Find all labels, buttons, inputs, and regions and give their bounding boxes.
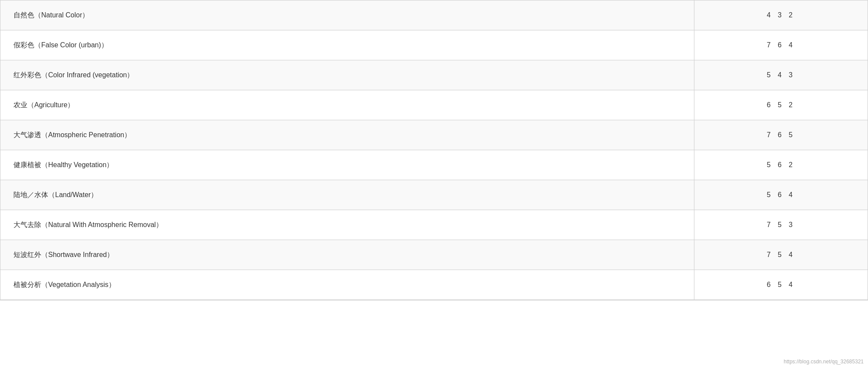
band-value-cell: 6 5 4 [694, 270, 868, 300]
band-name-cell: 农业（Agriculture） [0, 90, 694, 120]
band-value-cell: 6 5 2 [694, 90, 868, 120]
band-name-cell: 自然色（Natural Color） [0, 0, 694, 30]
band-combination-table: 自然色（Natural Color）4 3 2假彩色（False Color (… [0, 0, 868, 300]
band-name-cell: 植被分析（Vegetation Analysis） [0, 270, 694, 300]
band-value-cell: 7 6 5 [694, 120, 868, 150]
band-name-cell: 健康植被（Healthy Vegetation） [0, 150, 694, 180]
band-name-cell: 红外彩色（Color Infrared (vegetation） [0, 60, 694, 90]
band-value-cell: 5 4 3 [694, 60, 868, 90]
band-value-cell: 7 5 3 [694, 210, 868, 240]
table-row: 假彩色（False Color (urban)）7 6 4 [0, 30, 868, 60]
table-row: 短波红外（Shortwave Infrared）7 5 4 [0, 240, 868, 270]
band-name-cell: 大气渗透（Atmospheric Penetration） [0, 120, 694, 150]
table-row: 自然色（Natural Color）4 3 2 [0, 0, 868, 30]
band-name-cell: 假彩色（False Color (urban)） [0, 30, 694, 60]
band-value-cell: 7 6 4 [694, 30, 868, 60]
band-name-cell: 陆地／水体（Land/Water） [0, 180, 694, 210]
main-table-container: 自然色（Natural Color）4 3 2假彩色（False Color (… [0, 0, 868, 300]
table-row: 红外彩色（Color Infrared (vegetation）5 4 3 [0, 60, 868, 90]
table-row: 农业（Agriculture）6 5 2 [0, 90, 868, 120]
band-name-cell: 大气去除（Natural With Atmospheric Removal） [0, 210, 694, 240]
table-row: 健康植被（Healthy Vegetation）5 6 2 [0, 150, 868, 180]
band-value-cell: 4 3 2 [694, 0, 868, 30]
table-row: 陆地／水体（Land/Water）5 6 4 [0, 180, 868, 210]
band-name-cell: 短波红外（Shortwave Infrared） [0, 240, 694, 270]
band-value-cell: 7 5 4 [694, 240, 868, 270]
table-row: 植被分析（Vegetation Analysis）6 5 4 [0, 270, 868, 300]
band-value-cell: 5 6 2 [694, 150, 868, 180]
watermark-text: https://blog.csdn.net/qq_32685321 [784, 359, 864, 365]
table-row: 大气去除（Natural With Atmospheric Removal）7 … [0, 210, 868, 240]
band-value-cell: 5 6 4 [694, 180, 868, 210]
table-row: 大气渗透（Atmospheric Penetration）7 6 5 [0, 120, 868, 150]
